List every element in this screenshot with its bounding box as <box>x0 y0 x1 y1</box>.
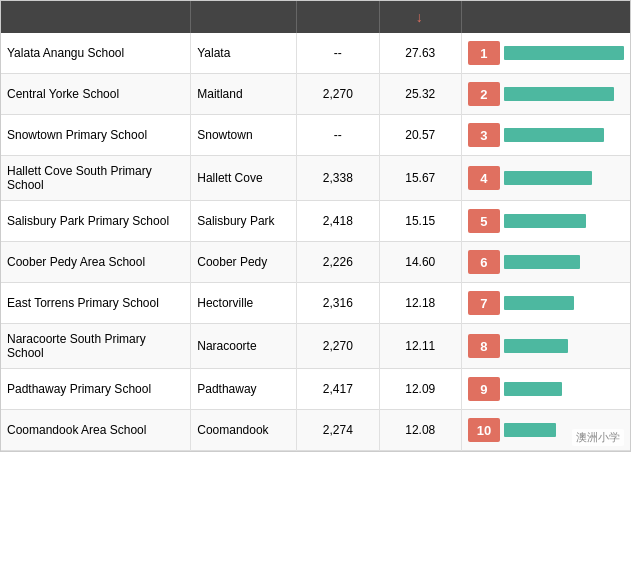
cell-rank: 1 <box>461 33 630 74</box>
rank-cell-container: 1 <box>468 41 624 65</box>
cell-suburb: Naracoorte <box>191 324 297 369</box>
cell-rank: 8 <box>461 324 630 369</box>
rank-cell-container: 8 <box>468 334 624 358</box>
rank-badge: 3 <box>468 123 500 147</box>
rank-badge: 4 <box>468 166 500 190</box>
cell-suburb: Hallett Cove <box>191 156 297 201</box>
cell-school: Snowtown Primary School <box>1 115 191 156</box>
table-row: Salisbury Park Primary SchoolSalisbury P… <box>1 201 630 242</box>
rank-cell-container: 2 <box>468 82 624 106</box>
header-rank <box>461 1 630 33</box>
cell-suburb: Coober Pedy <box>191 242 297 283</box>
header-avg <box>297 1 379 33</box>
cell-school: Yalata Anangu School <box>1 33 191 74</box>
cell-rank: 7 <box>461 283 630 324</box>
cell-rank: 6 <box>461 242 630 283</box>
rank-bar <box>504 128 604 142</box>
rank-bar <box>504 382 562 396</box>
table-row: Coober Pedy Area SchoolCoober Pedy2,2261… <box>1 242 630 283</box>
cell-school: Hallett Cove South Primary School <box>1 156 191 201</box>
rank-badge: 1 <box>468 41 500 65</box>
rank-badge: 6 <box>468 250 500 274</box>
cell-rank: 4 <box>461 156 630 201</box>
rank-badge: 7 <box>468 291 500 315</box>
cell-avg: 2,270 <box>297 324 379 369</box>
cell-change: 12.11 <box>379 324 461 369</box>
cell-avg: 2,316 <box>297 283 379 324</box>
cell-rank: 5 <box>461 201 630 242</box>
cell-school: Padthaway Primary School <box>1 369 191 410</box>
rank-cell-container: 4 <box>468 166 624 190</box>
cell-avg: 2,338 <box>297 156 379 201</box>
cell-avg: 2,270 <box>297 74 379 115</box>
cell-suburb: Coomandook <box>191 410 297 451</box>
cell-avg: 2,418 <box>297 201 379 242</box>
rank-badge: 8 <box>468 334 500 358</box>
cell-avg: 2,274 <box>297 410 379 451</box>
cell-rank: 2 <box>461 74 630 115</box>
table-row: Padthaway Primary SchoolPadthaway2,41712… <box>1 369 630 410</box>
cell-suburb: Snowtown <box>191 115 297 156</box>
cell-suburb: Maitland <box>191 74 297 115</box>
rank-bar <box>504 255 580 269</box>
cell-change: 25.32 <box>379 74 461 115</box>
cell-school: Central Yorke School <box>1 74 191 115</box>
rank-bar <box>504 171 592 185</box>
table-header-row: ↓ <box>1 1 630 33</box>
cell-school: Naracoorte South Primary School <box>1 324 191 369</box>
main-table-container: ↓ Yalata Anangu SchoolYalata--27.631Cent… <box>0 0 631 452</box>
watermark-text: 澳洲小学 <box>572 429 624 446</box>
cell-school: Salisbury Park Primary School <box>1 201 191 242</box>
cell-school: Coomandook Area School <box>1 410 191 451</box>
table-row: Naracoorte South Primary SchoolNaracoort… <box>1 324 630 369</box>
cell-change: 12.09 <box>379 369 461 410</box>
cell-rank: 9 <box>461 369 630 410</box>
cell-change: 12.18 <box>379 283 461 324</box>
cell-school: East Torrens Primary School <box>1 283 191 324</box>
cell-change: 15.67 <box>379 156 461 201</box>
rank-badge: 5 <box>468 209 500 233</box>
rank-cell-container: 3 <box>468 123 624 147</box>
rank-bar <box>504 423 556 437</box>
cell-change: 12.08 <box>379 410 461 451</box>
cell-suburb: Hectorville <box>191 283 297 324</box>
cell-avg: 2,417 <box>297 369 379 410</box>
rank-cell-container: 9 <box>468 377 624 401</box>
rank-cell-container: 5 <box>468 209 624 233</box>
cell-change: 27.63 <box>379 33 461 74</box>
table-row: Coomandook Area SchoolCoomandook2,27412.… <box>1 410 630 451</box>
cell-avg: 2,226 <box>297 242 379 283</box>
rank-bar <box>504 296 574 310</box>
table-row: Central Yorke SchoolMaitland2,27025.322 <box>1 74 630 115</box>
header-school <box>1 1 191 33</box>
cell-change: 15.15 <box>379 201 461 242</box>
rank-bar <box>504 46 624 60</box>
rank-bar <box>504 214 586 228</box>
sort-arrow-icon: ↓ <box>416 9 423 25</box>
cell-avg: -- <box>297 115 379 156</box>
cell-change: 14.60 <box>379 242 461 283</box>
rank-badge: 9 <box>468 377 500 401</box>
header-change: ↓ <box>379 1 461 33</box>
cell-rank: 10澳洲小学 <box>461 410 630 451</box>
rankings-table: ↓ Yalata Anangu SchoolYalata--27.631Cent… <box>1 1 630 451</box>
table-body: Yalata Anangu SchoolYalata--27.631Centra… <box>1 33 630 451</box>
rank-badge: 10 <box>468 418 500 442</box>
rank-cell-container: 7 <box>468 291 624 315</box>
rank-bar <box>504 87 614 101</box>
rank-cell-container: 6 <box>468 250 624 274</box>
cell-suburb: Padthaway <box>191 369 297 410</box>
cell-change: 20.57 <box>379 115 461 156</box>
rank-bar <box>504 339 568 353</box>
table-row: East Torrens Primary SchoolHectorville2,… <box>1 283 630 324</box>
cell-avg: -- <box>297 33 379 74</box>
cell-suburb: Yalata <box>191 33 297 74</box>
table-row: Snowtown Primary SchoolSnowtown--20.573 <box>1 115 630 156</box>
cell-school: Coober Pedy Area School <box>1 242 191 283</box>
cell-rank: 3 <box>461 115 630 156</box>
header-suburb <box>191 1 297 33</box>
rank-badge: 2 <box>468 82 500 106</box>
cell-suburb: Salisbury Park <box>191 201 297 242</box>
table-row: Hallett Cove South Primary SchoolHallett… <box>1 156 630 201</box>
table-row: Yalata Anangu SchoolYalata--27.631 <box>1 33 630 74</box>
